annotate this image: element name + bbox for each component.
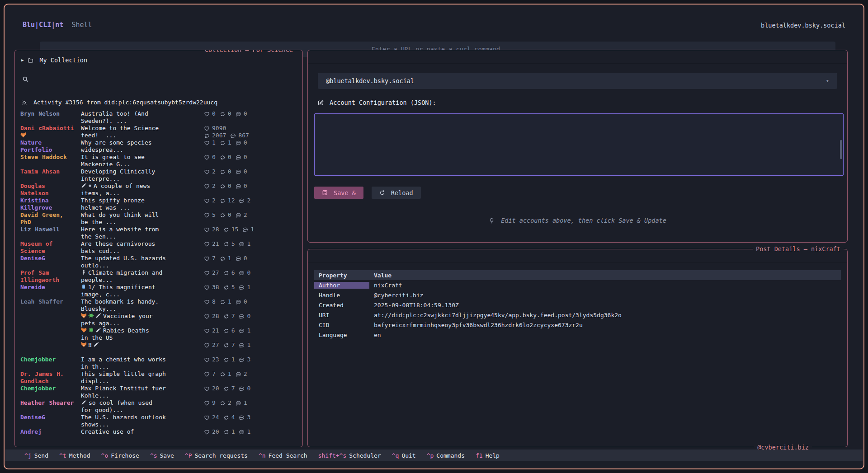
post-author: Chemjobber [20, 356, 76, 363]
repost-icon [220, 256, 226, 262]
collection-search[interactable] [22, 75, 302, 84]
post-row[interactable]: Leah Shaffer The bookmark is handy. Blue… [15, 298, 302, 313]
post-row[interactable]: Douglas Natelson A couple of news items,… [15, 183, 302, 197]
save-button[interactable]: Save & [314, 187, 363, 199]
post-stats: 21 5 1 [204, 240, 297, 248]
post-emoji-icons [81, 269, 86, 275]
post-row[interactable]: Chemjobber Max Planck Institut fuer Kohl… [15, 385, 302, 399]
table-value: at://did:plc:c2swjkkci7dljjizpgye45kv/ap… [369, 312, 841, 318]
reposts-stat: 0 [220, 110, 231, 117]
post-row[interactable]: Museum of Science Are these carnivorous … [15, 240, 302, 255]
post-row[interactable]: Rabies Deaths in the US 21 6 1 [15, 327, 302, 342]
repost-icon [223, 285, 230, 290]
post-author: Liz Haswell [20, 226, 76, 233]
post-row[interactable]: Andrej Creative use of 20 1 1 [15, 428, 302, 443]
comment-icon [239, 415, 245, 421]
post-row[interactable]: Kristina Killgrove This spiffy bronze he… [15, 197, 302, 211]
post-row[interactable]: Vaccinate your pets aga... 28 7 0 [15, 313, 302, 327]
app-name: Blu|CLI|nt [23, 21, 63, 29]
search-icon[interactable] [22, 76, 29, 83]
reposts-stat: 1 [220, 298, 231, 305]
shortcut-item: ^jSend [24, 452, 48, 459]
details-tab[interactable] [318, 254, 327, 257]
author-emoji-icon [20, 132, 26, 138]
details-tab[interactable] [396, 254, 406, 257]
account-select-value: @bluetalkdev.bsky.social [326, 77, 414, 84]
post-row[interactable]: Steve Haddock It is great to see Mackenz… [15, 154, 302, 168]
request-tab[interactable] [370, 55, 379, 58]
reload-button[interactable]: Reload [372, 187, 421, 199]
repost-icon [220, 198, 226, 204]
comment-icon [236, 140, 242, 146]
table-row[interactable]: CID bafyreicxrfmrminhqseoy3pfv36bswdl236… [314, 320, 841, 330]
editor-scrollbar[interactable] [840, 140, 842, 159]
request-tab[interactable] [344, 55, 353, 58]
request-tab[interactable] [396, 55, 406, 58]
reposts-stat: 0 [220, 183, 231, 190]
collection-root-item[interactable]: ▶ My Collection [21, 56, 302, 64]
table-row[interactable]: Created 2025-09-08T18:04:59.130Z [314, 300, 841, 310]
post-row[interactable]: Nereide 1/ This magnificent image, c... … [15, 284, 302, 298]
reposts-stat: 1 [223, 356, 235, 363]
repost-icon [220, 371, 226, 377]
post-row[interactable]: Chemjobber I am a chemist who works in t… [15, 356, 302, 370]
comment-icon [236, 212, 242, 218]
comment-icon [236, 155, 242, 160]
repost-icon [223, 328, 230, 334]
post-row[interactable]: Prof Sam Illingworth Climate migration a… [15, 269, 302, 284]
request-tab[interactable] [501, 55, 510, 58]
request-tab[interactable] [423, 55, 432, 58]
table-row[interactable]: Author nixCraft [314, 280, 841, 290]
shortcut-label: Feed Search [269, 452, 307, 459]
heart-icon [204, 212, 210, 218]
post-author: Nature Portfolio [20, 139, 76, 154]
post-row[interactable]: Nature Portfolio Why are some species wi… [15, 139, 302, 154]
table-row[interactable]: Language en [314, 330, 841, 340]
post-row[interactable]: Dr. James H. Gundlach This simple little… [15, 370, 302, 385]
post-author: Heather Shearer [20, 399, 76, 407]
comment-icon [242, 227, 249, 233]
folder-icon [28, 57, 33, 63]
post-row[interactable]: Tamim Ahsan Developing Clinically Interp… [15, 168, 302, 183]
repost-icon [223, 342, 230, 348]
editor-line [320, 117, 838, 126]
details-tab[interactable] [370, 254, 379, 257]
repost-icon [223, 415, 230, 421]
tree-expand-icon[interactable]: ▶ [21, 58, 24, 62]
table-row[interactable]: URI at://did:plc:c2swjkkci7dljjizpgye45k… [314, 310, 841, 320]
post-row[interactable]: DeniseG The U.S. hazards outlook shows..… [15, 414, 302, 428]
request-tab[interactable] [475, 55, 484, 58]
shortcut-item: f1Help [476, 452, 500, 459]
post-row[interactable]: Liz Haswell Here is a website from the S… [15, 226, 302, 240]
reposts-stat: 2067 [204, 132, 226, 139]
reposts-stat: 4 [223, 414, 235, 421]
reposts-stat: 1 [223, 428, 235, 436]
request-tab[interactable] [449, 55, 458, 58]
shortcut-label: Scheduler [349, 452, 381, 459]
repost-icon [220, 155, 226, 160]
details-tab[interactable] [449, 254, 458, 257]
post-author: DeniseG [20, 414, 76, 421]
post-row[interactable]: Dani cRabaiotti Welcome to the Science f… [15, 125, 302, 139]
json-editor[interactable] [314, 113, 844, 176]
post-stats: 5 0 2 [204, 211, 297, 219]
headers-table: Property Value Author nixCraft Handle @c… [314, 270, 841, 340]
post-stats: 27 7 1 [204, 342, 297, 349]
post-row[interactable]: ‼ 27 7 1 [15, 342, 302, 356]
post-row[interactable]: David Green, PhD What do you think will … [15, 211, 302, 226]
post-row[interactable]: Bryn Nelson Australia too! (And Sweden?)… [15, 110, 302, 125]
details-tab[interactable] [344, 254, 353, 257]
post-row[interactable]: DeniseG The updated U.S. hazards outlo..… [15, 255, 302, 269]
reposts-stat: 6 [223, 269, 235, 276]
shortcut-key: ^t [59, 452, 66, 459]
table-row[interactable]: Handle @cyberciti.biz [314, 290, 841, 300]
request-tab[interactable] [318, 55, 327, 58]
details-tab[interactable] [423, 254, 432, 257]
request-tab[interactable] [528, 55, 537, 58]
post-stats: 1 1 0 [204, 139, 297, 146]
post-emoji-icons [81, 183, 92, 188]
post-row[interactable]: Heather Shearer so cool (when used for g… [15, 399, 302, 414]
account-select[interactable]: @bluetalkdev.bsky.social ▾ [318, 73, 837, 89]
repost-icon [220, 140, 226, 146]
editor-actions: Save & Reload [314, 187, 847, 199]
